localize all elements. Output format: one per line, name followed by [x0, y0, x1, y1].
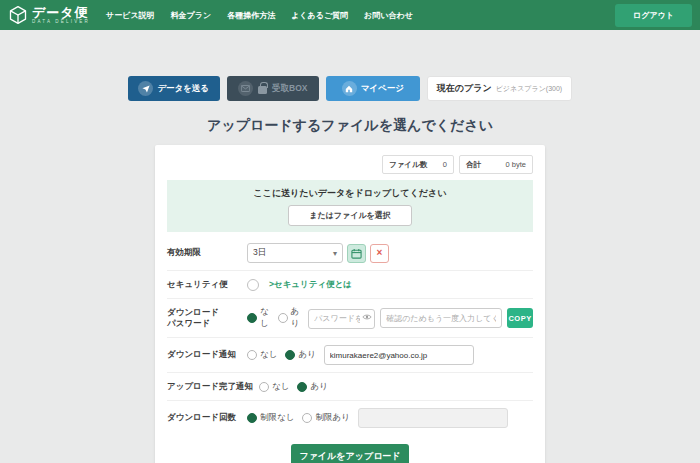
calendar-button[interactable] — [347, 244, 366, 263]
top-header: データ便 DATA DELIVER サービス説明 料金プラン 各種操作方法 よく… — [0, 0, 700, 30]
receive-box-button[interactable]: 受取BOX — [227, 76, 319, 101]
action-buttons-row: データを送る 受取BOX マイページ 現在のプラン ビジネスプラン(300) — [0, 76, 700, 101]
total-size-value: 0 byte — [506, 160, 526, 169]
current-plan-label: 現在のプラン — [437, 82, 492, 95]
page-title: アップロードするファイルを選んでください — [0, 117, 700, 135]
logo[interactable]: データ便 DATA DELIVER — [8, 5, 90, 25]
nav-howto[interactable]: 各種操作方法 — [227, 10, 275, 21]
download-limit-row: ダウンロード回数 制限なし 制限あり — [167, 401, 533, 435]
upload-complete-notify-label: アップロード完了通知 — [167, 381, 259, 392]
security-info-link[interactable]: >セキュリティ便とは — [269, 279, 352, 291]
main-nav: サービス説明 料金プラン 各種操作方法 よくあるご質問 お問い合わせ — [106, 10, 615, 21]
download-notify-on-label: あり — [298, 349, 315, 361]
password-on-label: あり — [291, 306, 301, 330]
limit-on-label: 制限あり — [315, 412, 349, 424]
limit-off-label: 制限なし — [260, 412, 294, 424]
download-limit-label: ダウンロード回数 — [167, 412, 247, 423]
inbox-icon — [238, 81, 253, 96]
chevron-down-icon: ▾ — [333, 249, 337, 258]
dropzone-message: ここに送りたいデータをドロップしてください — [253, 187, 446, 200]
nav-pricing[interactable]: 料金プラン — [171, 10, 212, 21]
calendar-icon — [351, 248, 362, 259]
nav-contact[interactable]: お問い合わせ — [364, 10, 413, 21]
send-data-label: データを送る — [157, 83, 209, 95]
lock-icon — [258, 86, 267, 94]
expiry-row: 有効期限 3日 ▾ × — [167, 236, 533, 271]
current-plan-value: ビジネスプラン(300) — [496, 84, 563, 94]
upload-notify-off-label: なし — [272, 381, 289, 393]
download-notify-row: ダウンロード通知 なし あり — [167, 338, 533, 373]
total-size-label: 合計 — [466, 160, 481, 170]
file-count-value: 0 — [443, 160, 447, 169]
upload-options-form: 有効期限 3日 ▾ × セキュリティ便 >セキュリティ便とは — [167, 236, 533, 435]
expiry-selected-value: 3日 — [253, 247, 266, 259]
current-plan-box: 現在のプラン ビジネスプラン(300) — [427, 76, 572, 101]
logout-button[interactable]: ログアウト — [615, 4, 692, 27]
expiry-label: 有効期限 — [167, 247, 247, 258]
file-count-label: ファイル数 — [389, 160, 427, 170]
password-confirm-input[interactable] — [380, 308, 502, 328]
download-notify-label: ダウンロード通知 — [167, 349, 247, 360]
file-count-box: ファイル数 0 — [382, 155, 454, 174]
paper-plane-icon — [138, 81, 153, 96]
send-data-button[interactable]: データを送る — [128, 76, 220, 101]
limit-count-input — [358, 408, 508, 428]
eye-icon[interactable] — [362, 313, 372, 321]
download-password-label: ダウンロード パスワード — [167, 307, 247, 329]
upload-complete-notify-row: アップロード完了通知 なし あり — [167, 373, 533, 401]
download-password-row: ダウンロード パスワード なし あり COPY — [167, 299, 533, 338]
app-title: データ便 — [32, 6, 90, 19]
my-page-label: マイページ — [361, 83, 404, 95]
limit-off-radio[interactable] — [247, 413, 257, 423]
security-checkbox[interactable] — [247, 279, 259, 291]
expiry-select[interactable]: 3日 ▾ — [247, 243, 343, 263]
total-size-box: 合計 0 byte — [459, 155, 533, 174]
copy-password-button[interactable]: COPY — [507, 308, 533, 328]
nav-faq[interactable]: よくあるご質問 — [291, 10, 348, 21]
download-notify-off-radio[interactable] — [247, 350, 257, 360]
cube-logo-icon — [8, 5, 28, 25]
clear-date-button[interactable]: × — [370, 244, 389, 263]
password-off-radio[interactable] — [247, 313, 257, 323]
my-page-button[interactable]: マイページ — [326, 76, 420, 101]
limit-on-radio[interactable] — [302, 413, 312, 423]
security-label: セキュリティ便 — [167, 279, 247, 290]
notify-email-input[interactable] — [324, 345, 474, 365]
download-notify-on-radio[interactable] — [285, 350, 295, 360]
app-subtitle: DATA DELIVER — [32, 20, 90, 25]
upload-notify-on-radio[interactable] — [297, 382, 307, 392]
home-icon — [342, 81, 357, 96]
download-notify-off-label: なし — [260, 349, 277, 361]
select-file-button[interactable]: またはファイルを選択 — [288, 205, 412, 226]
upload-file-button[interactable]: ファイルをアップロード — [291, 444, 409, 463]
password-on-radio[interactable] — [278, 313, 288, 323]
nav-service[interactable]: サービス説明 — [106, 10, 155, 21]
upload-notify-on-label: あり — [310, 381, 327, 393]
file-stats: ファイル数 0 合計 0 byte — [167, 155, 533, 174]
security-row: セキュリティ便 >セキュリティ便とは — [167, 271, 533, 299]
password-off-label: なし — [260, 306, 270, 330]
upload-card: ファイル数 0 合計 0 byte ここに送りたいデータをドロップしてください … — [155, 145, 545, 463]
file-dropzone[interactable]: ここに送りたいデータをドロップしてください またはファイルを選択 — [167, 180, 533, 232]
upload-notify-off-radio[interactable] — [259, 382, 269, 392]
receive-box-label: 受取BOX — [272, 83, 307, 95]
